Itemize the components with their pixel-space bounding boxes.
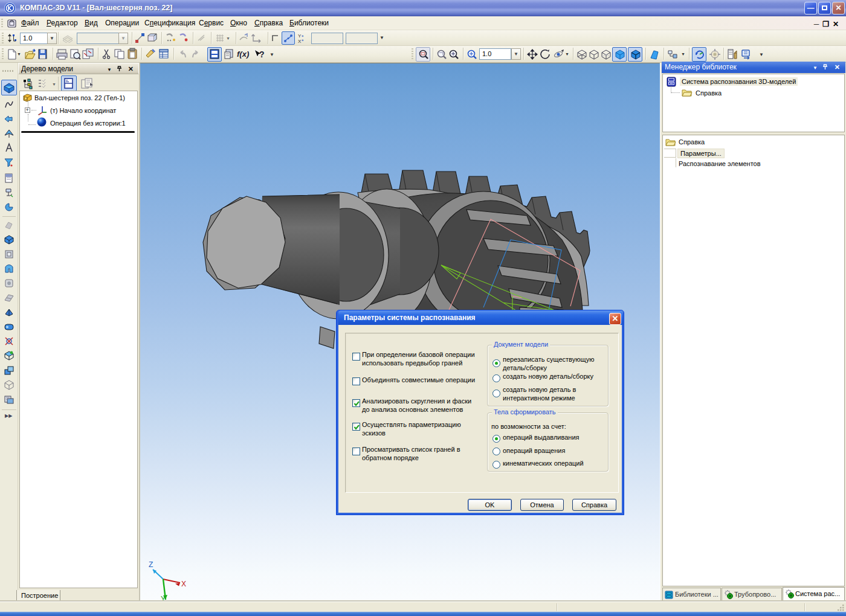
svg-text:X: X xyxy=(181,580,186,588)
svg-text:*: * xyxy=(302,38,304,43)
svg-text:Z: Z xyxy=(149,560,153,569)
svg-text:?: ? xyxy=(259,50,265,59)
